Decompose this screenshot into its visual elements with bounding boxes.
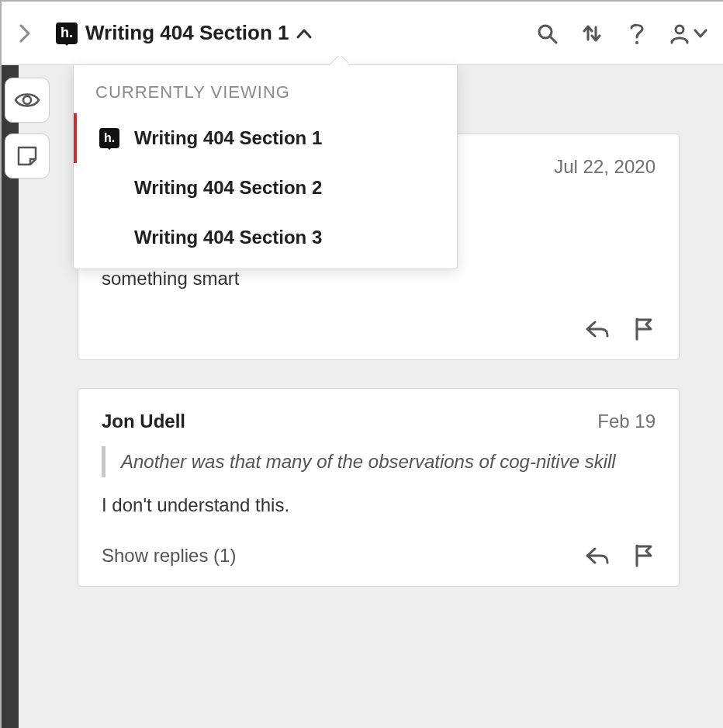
annotation-card[interactable]: Jon Udell Feb 19 Another was that many o…: [78, 388, 680, 587]
reply-icon[interactable]: [586, 544, 609, 567]
topbar-actions: [534, 20, 707, 47]
annotation-date: Feb 19: [597, 411, 656, 432]
dropdown-item-label: Writing 404 Section 1: [134, 127, 322, 149]
help-icon[interactable]: [624, 20, 650, 47]
search-icon[interactable]: [534, 20, 560, 47]
show-replies-link[interactable]: Show replies (1): [102, 545, 236, 567]
group-dropdown: CURRENTLY VIEWING h. Writing 404 Section…: [73, 65, 458, 269]
chevron-down-icon: [694, 29, 707, 38]
dropdown-item-label: Writing 404 Section 2: [134, 177, 322, 199]
dropdown-section-header: CURRENTLY VIEWING: [74, 65, 457, 113]
annotation-quote: Another was that many of the observation…: [102, 446, 656, 477]
sort-icon[interactable]: [579, 20, 605, 47]
user-icon: [669, 23, 690, 44]
flag-icon[interactable]: [632, 544, 656, 567]
group-selector-label: Writing 404 Section 1: [85, 21, 289, 45]
hypothesis-logo-icon: h.: [99, 128, 120, 148]
user-menu[interactable]: [669, 23, 707, 44]
hypothesis-logo-icon: h.: [56, 23, 78, 44]
svg-point-2: [635, 41, 638, 44]
chevron-up-icon: [296, 28, 312, 39]
dropdown-item-label: Writing 404 Section 3: [134, 227, 322, 248]
dropdown-item-section-1[interactable]: h. Writing 404 Section 1: [74, 113, 457, 163]
topbar: h. Writing 404 Section 1: [2, 2, 723, 65]
dropdown-item-section-2[interactable]: Writing 404 Section 2: [74, 163, 457, 213]
svg-point-3: [676, 26, 683, 33]
annotation-author: Jon Udell: [102, 411, 185, 432]
annotation-date: Jul 22, 2020: [554, 156, 656, 178]
annotation-body: something smart: [102, 268, 656, 289]
svg-line-1: [550, 36, 556, 43]
dropdown-item-section-3[interactable]: Writing 404 Section 3: [74, 213, 457, 262]
group-selector[interactable]: h. Writing 404 Section 1: [56, 21, 312, 45]
flag-icon[interactable]: [632, 317, 656, 341]
reply-icon[interactable]: [586, 317, 609, 341]
collapse-sidebar-chevron[interactable]: [11, 19, 39, 47]
annotation-body: I don't understand this.: [102, 494, 656, 516]
dropdown-pointer: [330, 56, 348, 65]
